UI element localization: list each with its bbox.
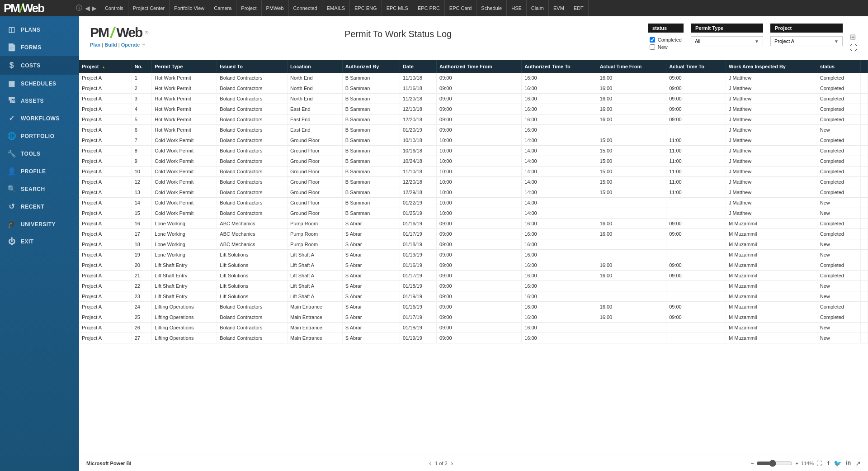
facebook-icon[interactable]: f (827, 460, 829, 467)
nav-epc-card[interactable]: EPC Card (445, 0, 477, 16)
col-actual-time-to[interactable]: Actual Time To (666, 60, 726, 73)
powerbi-label: Microsoft Power BI (86, 461, 132, 466)
table-row[interactable]: Project A18Lone WorkingABC MechanicsPump… (79, 239, 868, 250)
nav-schedule[interactable]: Schedule (476, 0, 507, 16)
zoom-plus[interactable]: + (795, 461, 798, 466)
table-row[interactable]: Project A7Cold Work PermitBoland Contrac… (79, 135, 868, 146)
table-row[interactable]: Project A25Lifting OperationsBoland Cont… (79, 312, 868, 323)
col-issued-to[interactable]: Issued To (217, 60, 288, 73)
table-row[interactable]: Project A6Hot Work PermitBoland Contract… (79, 125, 868, 135)
zoom-minus[interactable]: − (751, 461, 754, 466)
col-work-area-inspected[interactable]: Work Area Inspected By (726, 60, 817, 73)
nav-claim[interactable]: Claim (527, 0, 549, 16)
permit-type-dropdown[interactable]: All ▼ (691, 36, 763, 46)
sidebar-item-assets[interactable]: 🏗 ASSETS (0, 92, 79, 109)
nav-hse[interactable]: HSE (507, 0, 527, 16)
table-row[interactable]: Project A2Hot Work PermitBoland Contract… (79, 83, 868, 94)
project-dropdown[interactable]: Project A ▼ (770, 36, 843, 46)
table-row[interactable]: Project A5Hot Work PermitBoland Contract… (79, 114, 868, 125)
col-no[interactable]: No. (132, 60, 152, 73)
nav-pmweb[interactable]: PMWeb (262, 0, 289, 16)
status-new-checkbox[interactable] (650, 44, 655, 50)
nav-controls[interactable]: Controls (100, 0, 128, 16)
table-row[interactable]: Project A4Hot Work PermitBoland Contract… (79, 104, 868, 114)
table-row[interactable]: Project A19Lone WorkingLift SolutionsLif… (79, 250, 868, 260)
nav-project-center[interactable]: Project Center (128, 0, 170, 16)
sidebar-item-label: RECENT (21, 204, 44, 210)
sidebar-item-search[interactable]: 🔍 SEARCH (0, 180, 79, 198)
zoom-slider[interactable] (756, 460, 793, 467)
status-new-option[interactable]: New (648, 43, 684, 51)
sidebar-item-profile[interactable]: 👤 PROFILE (0, 162, 79, 180)
sidebar-item-portfolio[interactable]: 🌐 PORTFOLIO (0, 127, 79, 145)
permit-table: Project ▲ No. Permit Type Issued To Loca… (79, 60, 868, 343)
share-icon[interactable]: ↗ (855, 460, 861, 467)
table-row[interactable]: Project A17Lone WorkingABC MechanicsPump… (79, 229, 868, 239)
sidebar-item-recent[interactable]: ↺ RECENT (0, 198, 79, 215)
col-status[interactable]: status (817, 60, 860, 73)
sidebar-item-costs[interactable]: $ COSTS (0, 56, 79, 75)
table-row[interactable]: Project A21Lift Shaft EntryLift Solution… (79, 271, 868, 281)
sidebar-item-label: SCHEDULES (21, 81, 57, 87)
col-actual-time-from[interactable]: Actual Time From (597, 60, 666, 73)
table-row[interactable]: Project A14Cold Work PermitBoland Contra… (79, 198, 868, 208)
table-row[interactable]: Project A23Lift Shaft EntryLift Solution… (79, 291, 868, 302)
table-row[interactable]: Project A20Lift Shaft EntryLift Solution… (79, 260, 868, 271)
nav-evm[interactable]: EVM (549, 0, 569, 16)
table-row[interactable]: Project A26Lifting OperationsBoland Cont… (79, 323, 868, 333)
sidebar-item-label: COSTS (21, 62, 41, 69)
linkedin-icon[interactable]: in (846, 460, 851, 467)
project-filter: Project Project A ▼ (770, 24, 843, 46)
table-row[interactable]: Project A13Cold Work PermitBoland Contra… (79, 187, 868, 198)
table-row[interactable]: Project A9Cold Work PermitBoland Contrac… (79, 156, 868, 167)
twitter-icon[interactable]: 🐦 (834, 460, 841, 467)
table-row[interactable]: Project A8Cold Work PermitBoland Contrac… (79, 146, 868, 156)
sidebar-item-label: PLANS (21, 27, 40, 33)
table-row[interactable]: Project A3Hot Work PermitBoland Contract… (79, 94, 868, 104)
nav-connected[interactable]: Connected (289, 0, 322, 16)
next-page-button[interactable]: › (451, 460, 453, 467)
prev-page-button[interactable]: ‹ (429, 460, 431, 467)
table-row[interactable]: Project A1Hot Work PermitBoland Contract… (79, 73, 868, 83)
logo-web: Web (116, 25, 142, 40)
table-row[interactable]: Project A27Lifting OperationsBoland Cont… (79, 333, 868, 343)
sidebar-item-forms[interactable]: 📄 FORMS (0, 38, 79, 56)
nav-epc-mls[interactable]: EPC MLS (382, 0, 413, 16)
expand-icon[interactable]: ⛶ (850, 44, 857, 52)
filter-icon[interactable]: ⊞ (850, 33, 857, 41)
status-completed-checkbox[interactable] (650, 37, 655, 43)
table-row[interactable]: Project A15Cold Work PermitBoland Contra… (79, 208, 868, 219)
col-project[interactable]: Project ▲ (79, 60, 132, 73)
col-auth-time-to[interactable]: Authorized Time To (522, 60, 597, 73)
table-row[interactable]: Project A12Cold Work PermitBoland Contra… (79, 177, 868, 187)
col-auth-time-from[interactable]: Authorized Time From (437, 60, 522, 73)
table-row[interactable]: Project A16Lone WorkingABC MechanicsPump… (79, 219, 868, 229)
nav-emails[interactable]: EMAILS (322, 0, 350, 16)
zoom-fit-icon[interactable]: ⛶ (816, 460, 822, 466)
sidebar-item-university[interactable]: 🎓 UNIVERSITY (0, 215, 79, 233)
sidebar-item-tools[interactable]: 🔧 TOOLS (0, 145, 79, 162)
table-row[interactable]: Project A22Lift Shaft EntryLift Solution… (79, 281, 868, 291)
sidebar-item-plans[interactable]: ◫ PLANS (0, 21, 79, 38)
nav-project[interactable]: Project (236, 0, 261, 16)
nav-camera[interactable]: Camera (209, 0, 236, 16)
nav-portfolio-view[interactable]: Portfolio View (170, 0, 209, 16)
sidebar-item-label: WORKFLOWS (21, 115, 60, 122)
col-permit-type[interactable]: Permit Type (152, 60, 217, 73)
sidebar-item-workflows[interactable]: ✓ WORKFLOWS (0, 109, 79, 127)
sidebar-item-schedules[interactable]: ▦ SCHEDULES (0, 75, 79, 92)
nav-epc-prc[interactable]: EPC PRC (413, 0, 445, 16)
table-row[interactable]: Project A24Lifting OperationsBoland Cont… (79, 302, 868, 312)
nav-edt[interactable]: EDT (569, 0, 589, 16)
logo-slash-icon: / (110, 24, 114, 41)
nav-epc-eng[interactable]: EPC ENG (350, 0, 382, 16)
sidebar-item-exit[interactable]: ⏻ EXIT (0, 233, 79, 250)
col-location[interactable]: Location (287, 60, 342, 73)
nav-arrows[interactable]: ◀ ▶ (85, 5, 97, 12)
report-logo: PM / Web ® Plan | Build | Operate ™ (90, 24, 148, 48)
table-row[interactable]: Project A10Cold Work PermitBoland Contra… (79, 167, 868, 177)
col-authorized-by[interactable]: Authorized By (342, 60, 400, 73)
status-completed-option[interactable]: Completed (648, 36, 684, 43)
col-date[interactable]: Date (400, 60, 436, 73)
info-icon[interactable]: ⓘ (76, 4, 82, 12)
